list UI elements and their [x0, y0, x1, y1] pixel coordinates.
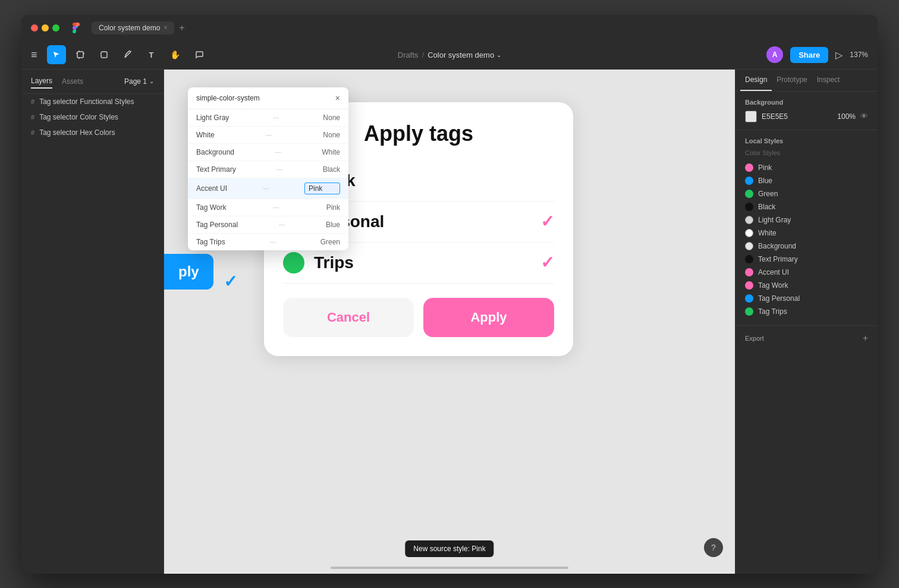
panel-value-background: White [322, 148, 340, 156]
main-area: Layers Assets Page 1 ⌄ # Tag selector Fu… [21, 70, 878, 574]
scrollbar[interactable] [331, 567, 568, 569]
comment-tool-button[interactable] [190, 45, 209, 64]
style-item-tagwork[interactable]: Tag Work [745, 279, 868, 292]
toolbar-right: A Share ▷ 137% [766, 46, 868, 63]
panel-label-accentui: Accent UI [196, 184, 227, 193]
style-name-lightgray: Light Gray [758, 216, 791, 224]
zoom-level[interactable]: 137% [850, 51, 868, 59]
panel-row-tagwork[interactable]: Tag Work — Pink [188, 199, 348, 216]
play-button[interactable]: ▷ [835, 49, 843, 61]
style-name-tagwork: Tag Work [758, 281, 788, 290]
style-swatch-black [745, 203, 753, 211]
style-item-textprimary[interactable]: Text Primary [745, 253, 868, 266]
visibility-icon[interactable]: 👁 [860, 112, 868, 121]
style-name-tagtrips: Tag Trips [758, 307, 787, 316]
tab-prototype[interactable]: Prototype [772, 70, 812, 91]
style-swatch-tagtrips [745, 307, 753, 316]
tab-layers[interactable]: Layers [31, 74, 52, 89]
background-row: E5E5E5 100% 👁 [745, 111, 868, 122]
tab-add-button[interactable]: + [179, 23, 184, 33]
style-name-pink: Pink [758, 163, 772, 172]
tab-color-system-demo[interactable]: Color system demo × [92, 21, 174, 34]
style-item-blue[interactable]: Blue [745, 174, 868, 187]
work-label: Work [314, 171, 554, 190]
svg-rect-5 [101, 52, 107, 58]
hamburger-menu-button[interactable]: ≡ [31, 49, 37, 61]
layer-item-functional[interactable]: # Tag selector Functional Styles [21, 94, 164, 109]
hand-tool-button[interactable]: ✋ [166, 45, 185, 64]
panel-row-tagtrips[interactable]: Tag Trips — Green [188, 234, 348, 250]
titlebar: Color system demo × + [21, 15, 878, 41]
panel-label-white: White [196, 131, 215, 139]
style-swatch-blue [745, 177, 753, 185]
style-item-pink[interactable]: Pink [745, 161, 868, 174]
panel-header: simple-color-system × [188, 87, 348, 109]
style-item-tagtrips[interactable]: Tag Trips [745, 305, 868, 318]
style-swatch-green [745, 190, 753, 198]
tab-area: Color system demo × + [92, 21, 868, 34]
close-traffic-light[interactable] [31, 24, 38, 32]
maximize-traffic-light[interactable] [52, 24, 59, 32]
background-opacity: 100% [837, 112, 856, 121]
apply-button[interactable]: Apply [423, 298, 554, 337]
share-button[interactable]: Share [790, 47, 828, 63]
style-swatch-background [745, 242, 753, 250]
panel-value-tagtrips: Green [320, 238, 340, 246]
panel-label-tagtrips: Tag Trips [196, 238, 225, 246]
panel-row-textprimary[interactable]: Text Primary — Black [188, 161, 348, 178]
style-item-accentui[interactable]: Accent UI [745, 266, 868, 279]
style-item-black[interactable]: Black [745, 200, 868, 213]
panel-close-button[interactable]: × [335, 93, 340, 103]
cancel-button[interactable]: Cancel [283, 298, 414, 337]
tab-inspect[interactable]: Inspect [812, 70, 845, 91]
panel-row-accentui[interactable]: Accent UI — [188, 178, 348, 199]
breadcrumb: Drafts / Color system demo ⌄ [398, 51, 501, 59]
style-swatch-white [745, 229, 753, 237]
tooltip-new-source-style: New source style: Pink [405, 540, 493, 557]
select-tool-button[interactable] [47, 45, 66, 64]
layer-item-color[interactable]: # Tag selector Color Styles [21, 109, 164, 125]
panel-value-white: None [323, 131, 340, 139]
style-swatch-lightgray [745, 216, 753, 224]
panel-row-white[interactable]: White — None [188, 127, 348, 144]
traffic-lights [31, 24, 59, 32]
frame-tool-button[interactable] [71, 45, 90, 64]
tab-design[interactable]: Design [740, 70, 772, 91]
style-item-green[interactable]: Green [745, 187, 868, 200]
page-selector[interactable]: Page 1 ⌄ [124, 77, 154, 86]
panel-row-background[interactable]: Background — White [188, 144, 348, 161]
sidebar-tab-bar: Layers Assets Page 1 ⌄ [21, 70, 164, 94]
shape-tool-button[interactable] [95, 45, 114, 64]
tab-assets[interactable]: Assets [62, 75, 83, 88]
help-button[interactable]: ? [704, 538, 723, 557]
figma-logo-icon [70, 22, 82, 34]
panel-label-background: Background [196, 148, 234, 156]
style-item-lightgray[interactable]: Light Gray [745, 213, 868, 227]
style-name-green: Green [758, 190, 778, 198]
style-swatch-tagpersonal [745, 294, 753, 303]
user-avatar: A [766, 46, 783, 63]
style-item-white[interactable]: White [745, 227, 868, 240]
export-add-button[interactable]: + [863, 333, 868, 344]
minimize-traffic-light[interactable] [42, 24, 49, 32]
style-name-tagpersonal: Tag Personal [758, 294, 800, 303]
style-item-tagpersonal[interactable]: Tag Personal [745, 292, 868, 305]
breadcrumb-drafts[interactable]: Drafts [398, 51, 419, 59]
canvas-area[interactable]: ply ✓ ✓ Apply tags Work Personal ✓ [164, 70, 735, 574]
style-name-blue: Blue [758, 177, 772, 185]
panel-label-lightgray: Light Gray [196, 114, 229, 122]
panel-row-tagpersonal[interactable]: Tag Personal — Blue [188, 216, 348, 234]
pen-tool-button[interactable] [118, 45, 137, 64]
trips-checkmark: ✓ [540, 253, 554, 272]
panel-label-textprimary: Text Primary [196, 165, 236, 174]
export-section: Export + [735, 326, 878, 351]
style-item-background[interactable]: Background [745, 240, 868, 253]
tab-close-icon[interactable]: × [164, 24, 167, 31]
panel-row-lightgray[interactable]: Light Gray — None [188, 109, 348, 127]
background-swatch[interactable] [745, 111, 757, 122]
style-swatch-tagwork [745, 281, 753, 290]
color-styles-label: Color Styles [745, 149, 868, 156]
panel-input-accentui[interactable] [304, 183, 340, 194]
layer-item-hex[interactable]: # Tag selector Hex Colors [21, 125, 164, 140]
text-tool-button[interactable]: T [142, 45, 161, 64]
